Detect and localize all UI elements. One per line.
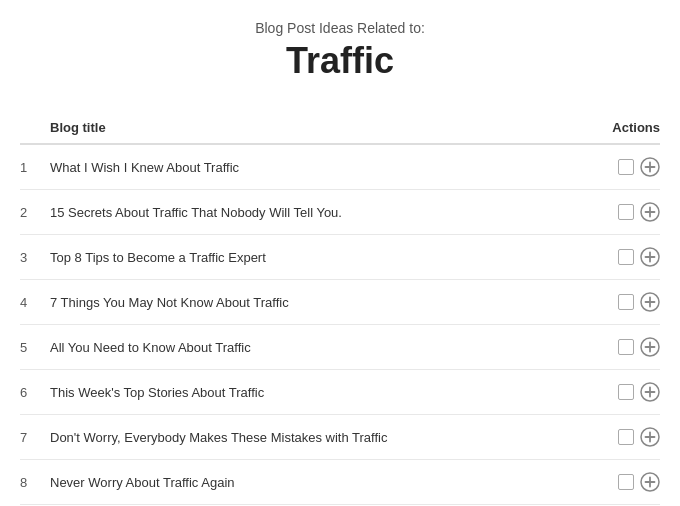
page-header: Blog Post Ideas Related to: Traffic	[0, 0, 680, 92]
row-actions	[580, 292, 660, 312]
add-button-icon[interactable]	[640, 337, 660, 357]
row-title: All You Need to Know About Traffic	[50, 340, 580, 355]
table-row: 1 What I Wish I Knew About Traffic	[20, 145, 660, 190]
row-checkbox[interactable]	[618, 429, 634, 445]
row-number: 2	[20, 205, 50, 220]
add-button-icon[interactable]	[640, 292, 660, 312]
add-button-icon[interactable]	[640, 472, 660, 492]
row-checkbox[interactable]	[618, 249, 634, 265]
row-checkbox[interactable]	[618, 474, 634, 490]
row-actions	[580, 472, 660, 492]
row-actions	[580, 247, 660, 267]
row-number: 1	[20, 160, 50, 175]
row-number: 7	[20, 430, 50, 445]
col-title-header: Blog title	[50, 120, 580, 135]
header-title: Traffic	[20, 40, 660, 82]
table-row: 3 Top 8 Tips to Become a Traffic Expert	[20, 235, 660, 280]
row-title: What I Wish I Knew About Traffic	[50, 160, 580, 175]
row-checkbox[interactable]	[618, 339, 634, 355]
row-actions	[580, 382, 660, 402]
add-button-icon[interactable]	[640, 382, 660, 402]
add-button-icon[interactable]	[640, 202, 660, 222]
row-checkbox[interactable]	[618, 384, 634, 400]
row-checkbox[interactable]	[618, 159, 634, 175]
row-number: 8	[20, 475, 50, 490]
row-number: 4	[20, 295, 50, 310]
row-number: 3	[20, 250, 50, 265]
row-actions	[580, 157, 660, 177]
row-checkbox[interactable]	[618, 294, 634, 310]
row-title: Never Worry About Traffic Again	[50, 475, 580, 490]
header-subtitle: Blog Post Ideas Related to:	[20, 20, 660, 36]
row-checkbox[interactable]	[618, 204, 634, 220]
table-row: 2 15 Secrets About Traffic That Nobody W…	[20, 190, 660, 235]
row-title: Don't Worry, Everybody Makes These Mista…	[50, 430, 580, 445]
table-row: 6 This Week's Top Stories About Traffic	[20, 370, 660, 415]
row-title: 7 Things You May Not Know About Traffic	[50, 295, 580, 310]
table-row: 7 Don't Worry, Everybody Makes These Mis…	[20, 415, 660, 460]
row-number: 5	[20, 340, 50, 355]
row-actions	[580, 337, 660, 357]
table-header: Blog title Actions	[20, 112, 660, 145]
blog-ideas-table: Blog title Actions 1 What I Wish I Knew …	[0, 112, 680, 506]
row-title: Top 8 Tips to Become a Traffic Expert	[50, 250, 580, 265]
add-button-icon[interactable]	[640, 157, 660, 177]
row-actions	[580, 202, 660, 222]
add-button-icon[interactable]	[640, 247, 660, 267]
table-rows: 1 What I Wish I Knew About Traffic 2 15 …	[20, 145, 660, 506]
row-title: 15 Secrets About Traffic That Nobody Wil…	[50, 205, 580, 220]
add-button-icon[interactable]	[640, 427, 660, 447]
row-title: This Week's Top Stories About Traffic	[50, 385, 580, 400]
table-row: 4 7 Things You May Not Know About Traffi…	[20, 280, 660, 325]
table-row: 8 Never Worry About Traffic Again	[20, 460, 660, 505]
row-number: 6	[20, 385, 50, 400]
col-actions-header: Actions	[580, 120, 660, 135]
table-row: 5 All You Need to Know About Traffic	[20, 325, 660, 370]
row-actions	[580, 427, 660, 447]
